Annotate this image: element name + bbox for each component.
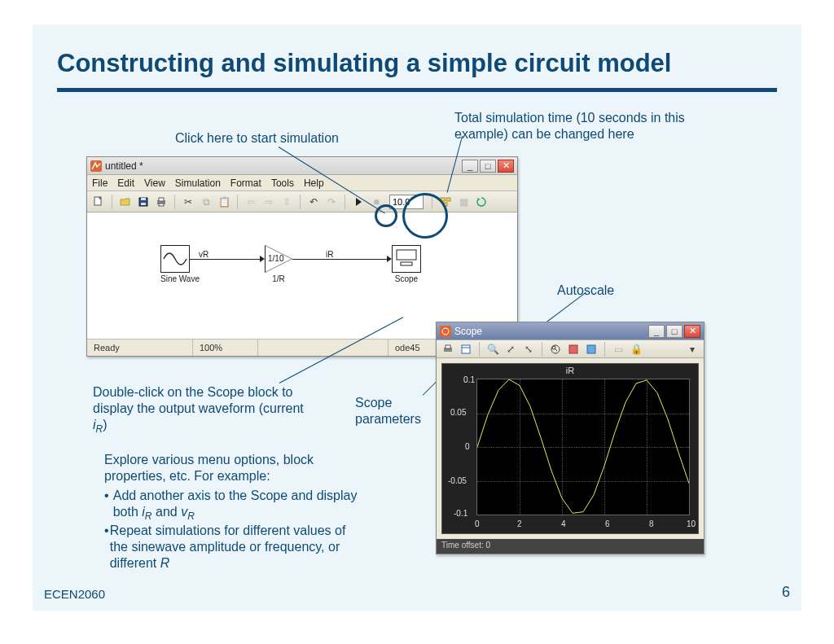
- refresh-icon[interactable]: [473, 194, 489, 210]
- ann-total-time: Total simulation time (10 seconds in thi…: [454, 110, 707, 142]
- block-label: Sine Wave: [160, 274, 200, 283]
- app-icon: [440, 326, 451, 337]
- up-icon[interactable]: ⇧: [279, 194, 295, 210]
- svg-rect-12: [401, 262, 412, 265]
- status-cell: [258, 340, 388, 356]
- new-icon[interactable]: [90, 194, 107, 210]
- text: Explore various menu options, block prop…: [104, 452, 365, 484]
- lock-icon[interactable]: 🔒: [628, 341, 644, 357]
- scope-plot: iR 0.1 0.05 0 -0.05 -0.1: [441, 363, 699, 534]
- minimize-button[interactable]: _: [648, 325, 665, 338]
- model-icon[interactable]: ▦: [455, 194, 472, 210]
- text: Repeat simulations for different values …: [110, 524, 346, 570]
- menu-edit[interactable]: Edit: [117, 177, 134, 189]
- close-button[interactable]: ✕: [498, 160, 514, 173]
- callout-circle-play: [375, 204, 397, 227]
- svg-rect-21: [587, 345, 595, 353]
- menu-tools[interactable]: Tools: [271, 177, 294, 189]
- forward-icon[interactable]: ⇨: [261, 194, 277, 210]
- window-titlebar[interactable]: Scope _ □ ✕: [437, 322, 704, 340]
- menu-help[interactable]: Help: [304, 177, 324, 189]
- svg-rect-15: [446, 345, 450, 348]
- gain-block[interactable]: 1/10: [265, 245, 292, 273]
- text: and: [152, 505, 182, 519]
- status-ready: Ready: [87, 340, 193, 356]
- svg-point-18: [552, 346, 555, 349]
- waveform: [477, 379, 689, 515]
- menu-file[interactable]: File: [92, 177, 108, 189]
- svg-rect-4: [141, 198, 146, 200]
- svg-rect-9: [446, 198, 450, 201]
- window-title: untitled *: [105, 160, 143, 172]
- toolbar: ✂ ⧉ 📋 ⇦ ⇨ ⇧ ↶ ↷ ■ ▦: [87, 191, 517, 212]
- footer-page: 6: [782, 584, 790, 601]
- print-icon[interactable]: [153, 194, 169, 210]
- menubar: File Edit View Simulation Format Tools H…: [87, 175, 517, 191]
- maximize-button[interactable]: □: [666, 325, 683, 338]
- svg-rect-7: [159, 204, 164, 206]
- y-tick: 0.1: [463, 375, 475, 384]
- wire-label-vr: vR: [199, 250, 208, 259]
- x-tick: 0: [475, 519, 480, 528]
- text: ): [103, 418, 107, 432]
- undo-icon[interactable]: ↶: [305, 194, 322, 210]
- sine-wave-block[interactable]: [160, 245, 190, 273]
- ann-click-start: Click here to start simulation: [175, 130, 339, 147]
- close-button[interactable]: ✕: [684, 325, 700, 338]
- print-icon[interactable]: [440, 341, 456, 357]
- zoom-y-icon[interactable]: ⤡: [520, 341, 537, 357]
- slide-title: Constructing and simulating a simple cir…: [57, 49, 790, 78]
- save-axes-icon[interactable]: [565, 341, 582, 357]
- menu-format[interactable]: Format: [230, 177, 261, 189]
- open-icon[interactable]: [117, 194, 134, 210]
- text: Double-click on the Scope block to displ…: [93, 385, 304, 415]
- redo-icon[interactable]: ↷: [323, 194, 340, 210]
- footer-left: ECEN2060: [44, 587, 105, 601]
- scope-window: Scope _ □ ✕ 🔍 ⤢ ⤡ ▭ 🔒 ▾ iR: [436, 322, 705, 554]
- autoscale-icon[interactable]: [547, 341, 564, 357]
- svg-rect-3: [141, 203, 146, 205]
- gain-text: 1/10: [268, 254, 283, 263]
- ann-double-click: Double-click on the Scope block to displ…: [93, 384, 305, 436]
- block-label: 1/R: [265, 274, 292, 283]
- svg-line-19: [555, 348, 558, 351]
- text: R: [160, 556, 170, 570]
- app-icon: [90, 160, 102, 172]
- wire: [292, 259, 388, 260]
- y-tick: -0.05: [448, 476, 467, 485]
- menu-simulation[interactable]: Simulation: [175, 177, 221, 189]
- scope-block[interactable]: [392, 245, 421, 273]
- float-icon[interactable]: ▭: [610, 341, 626, 357]
- back-icon[interactable]: ⇦: [243, 194, 259, 210]
- y-tick: 0.05: [450, 408, 466, 417]
- svg-rect-16: [462, 345, 470, 353]
- restore-axes-icon[interactable]: [583, 341, 599, 357]
- ann-autoscale: Autoscale: [557, 283, 614, 299]
- save-icon[interactable]: [135, 194, 151, 210]
- paste-icon[interactable]: 📋: [216, 194, 232, 210]
- y-tick: -0.1: [454, 509, 467, 518]
- zoom-in-icon[interactable]: 🔍: [485, 341, 501, 357]
- wire: [190, 259, 261, 260]
- params-icon[interactable]: [458, 341, 474, 357]
- ann-explore: Explore various menu options, block prop…: [104, 452, 365, 572]
- zoom-x-icon[interactable]: ⤢: [503, 341, 519, 357]
- block-label: Scope: [392, 274, 421, 283]
- plot-title: iR: [442, 366, 698, 375]
- ann-scope-params: Scope parameters: [355, 395, 437, 427]
- copy-icon[interactable]: ⧉: [198, 194, 214, 210]
- cut-icon[interactable]: ✂: [180, 194, 196, 210]
- svg-rect-13: [440, 326, 451, 337]
- text: R: [96, 423, 103, 435]
- callout-circle-time: [402, 193, 448, 239]
- y-tick: 0: [465, 442, 470, 451]
- maximize-button[interactable]: □: [480, 160, 496, 173]
- dropdown-icon[interactable]: ▾: [684, 341, 700, 357]
- window-title: Scope: [454, 326, 482, 337]
- menu-view[interactable]: View: [144, 177, 165, 189]
- x-tick: 4: [561, 519, 566, 528]
- minimize-button[interactable]: _: [462, 160, 478, 173]
- model-canvas[interactable]: Sine Wave vR 1/10 1/R iR Scope: [87, 212, 517, 340]
- plot-area: [476, 379, 690, 515]
- x-tick: 10: [687, 519, 696, 528]
